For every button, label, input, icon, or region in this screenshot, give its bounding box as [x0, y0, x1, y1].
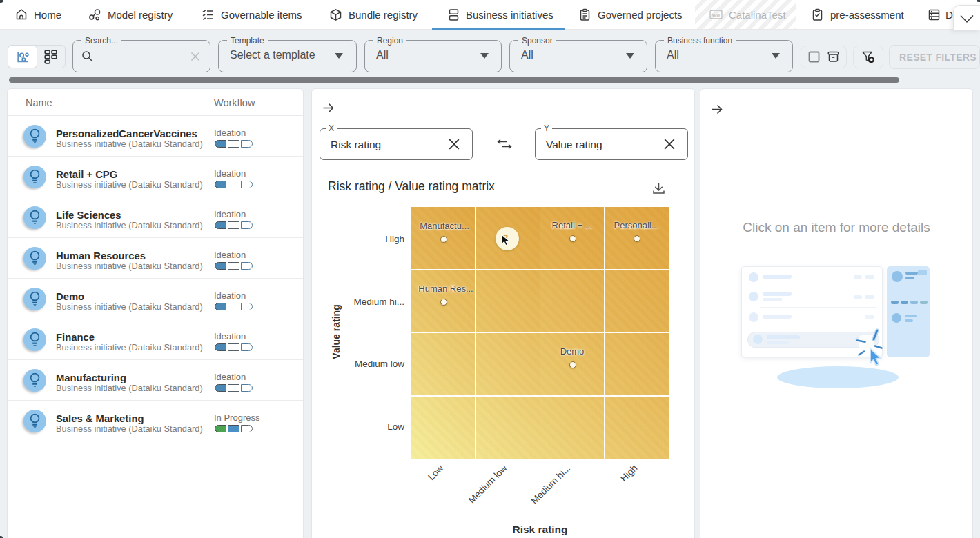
svg-text:NEW: NEW — [712, 13, 720, 17]
